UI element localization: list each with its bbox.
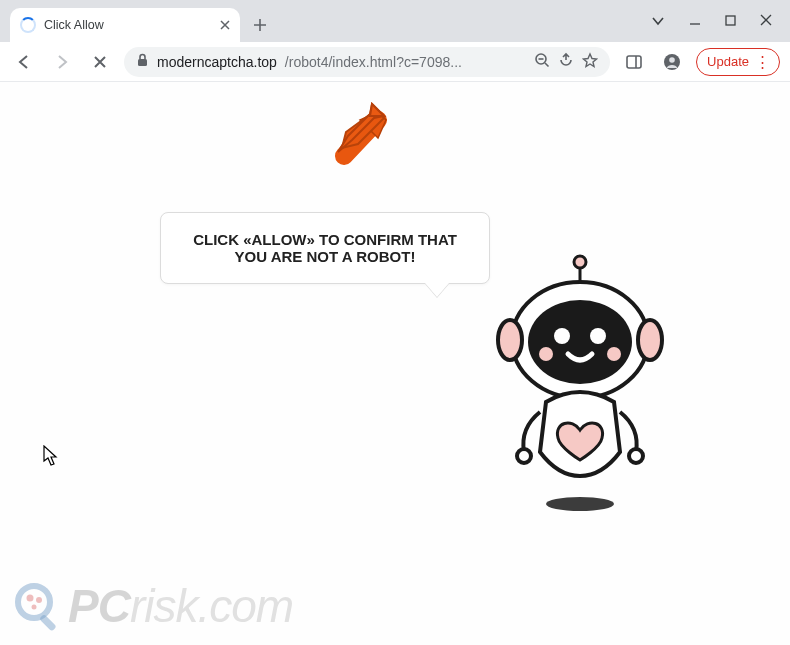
- speech-bubble: CLICK «ALLOW» TO CONFIRM THAT YOU ARE NO…: [160, 212, 490, 284]
- svg-point-15: [528, 300, 632, 384]
- tab-title: Click Allow: [44, 18, 212, 32]
- svg-rect-1: [138, 59, 147, 66]
- svg-point-23: [18, 586, 50, 618]
- annotation-arrow-icon: [332, 100, 388, 162]
- robot-illustration: [480, 252, 680, 536]
- loading-spinner-icon: [20, 17, 36, 33]
- svg-point-18: [539, 347, 553, 361]
- window-titlebar: Click Allow: [0, 0, 790, 42]
- zoom-icon[interactable]: [534, 52, 550, 71]
- svg-point-5: [669, 57, 675, 63]
- tab-search-icon[interactable]: [651, 12, 665, 30]
- magnifier-icon: [12, 580, 64, 632]
- menu-dots-icon: ⋮: [755, 53, 769, 71]
- maximize-icon[interactable]: [725, 12, 736, 30]
- svg-point-16: [554, 328, 570, 344]
- svg-point-24: [27, 595, 34, 602]
- svg-point-22: [546, 497, 614, 511]
- side-panel-icon[interactable]: [620, 48, 648, 76]
- svg-point-26: [32, 605, 37, 610]
- update-label: Update: [707, 54, 749, 69]
- svg-point-19: [607, 347, 621, 361]
- svg-point-25: [36, 597, 42, 603]
- close-tab-icon[interactable]: [220, 16, 230, 34]
- svg-point-17: [590, 328, 606, 344]
- address-bar[interactable]: moderncaptcha.top/robot4/index.html?c=70…: [124, 47, 610, 77]
- svg-rect-3: [627, 56, 641, 68]
- svg-rect-27: [39, 614, 57, 632]
- forward-button: [48, 48, 76, 76]
- url-domain: moderncaptcha.top: [157, 54, 277, 70]
- svg-point-13: [498, 320, 522, 360]
- mouse-cursor-icon: [43, 445, 59, 471]
- minimize-icon[interactable]: [689, 12, 701, 30]
- svg-point-14: [638, 320, 662, 360]
- update-button[interactable]: Update ⋮: [696, 48, 780, 76]
- stop-reload-button[interactable]: [86, 48, 114, 76]
- close-window-icon[interactable]: [760, 12, 772, 30]
- svg-marker-9: [370, 104, 384, 116]
- back-button[interactable]: [10, 48, 38, 76]
- watermark: PCrisk.com: [12, 579, 293, 633]
- url-path: /robot4/index.html?c=7098...: [285, 54, 462, 70]
- share-icon[interactable]: [558, 52, 574, 71]
- browser-tab[interactable]: Click Allow: [10, 8, 240, 42]
- svg-point-21: [629, 449, 643, 463]
- bookmark-icon[interactable]: [582, 52, 598, 71]
- new-tab-button[interactable]: [246, 11, 274, 39]
- lock-icon: [136, 53, 149, 70]
- browser-toolbar: moderncaptcha.top/robot4/index.html?c=70…: [0, 42, 790, 82]
- profile-icon[interactable]: [658, 48, 686, 76]
- svg-point-10: [574, 256, 586, 268]
- svg-rect-0: [726, 16, 735, 25]
- svg-point-20: [517, 449, 531, 463]
- watermark-pc: PC: [68, 580, 130, 632]
- watermark-rest: risk.com: [130, 580, 293, 632]
- page-content: CLICK «ALLOW» TO CONFIRM THAT YOU ARE NO…: [0, 82, 790, 645]
- captcha-message: CLICK «ALLOW» TO CONFIRM THAT YOU ARE NO…: [193, 231, 457, 265]
